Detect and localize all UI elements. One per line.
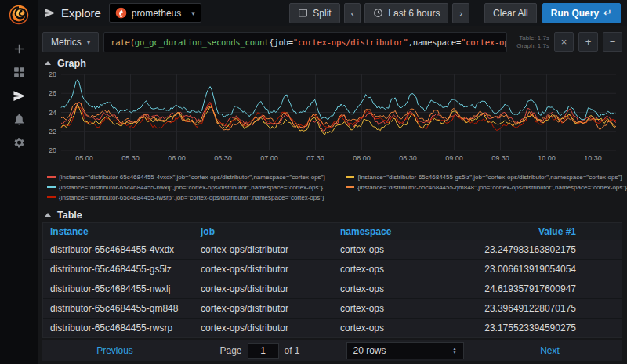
legend-series-label: {instance="distributor-65c4684455-rwsrp"…	[59, 194, 324, 201]
table-cell: cortex-ops	[333, 244, 426, 255]
time-forward-button[interactable]: ›	[452, 3, 469, 23]
time-back-button[interactable]: ‹	[344, 3, 361, 23]
query-expression: rate(go_gc_duration_seconds_count{job="c…	[111, 38, 507, 47]
legend-series-color	[47, 186, 56, 188]
table-section-toggle[interactable]: Table	[42, 207, 622, 222]
legend-series-label: {instance="distributor-65c4684455-gs5lz"…	[357, 174, 622, 181]
table-cell: 23.396491228070175	[426, 303, 622, 314]
svg-text:07:30: 07:30	[306, 154, 324, 162]
graph-section-title: Graph	[57, 58, 86, 69]
table-header-cell[interactable]: instance	[43, 226, 194, 237]
legend-item[interactable]: {instance="distributor-65c4684455-gs5lz"…	[346, 172, 627, 182]
close-icon: ×	[561, 36, 567, 48]
table-row: distributor-65c4684455-nwxljcortex-ops/d…	[43, 279, 622, 298]
minus-icon: −	[610, 36, 616, 48]
add-query-row-button[interactable]: +	[578, 32, 598, 52]
dashboards-icon[interactable]	[13, 66, 26, 79]
legend-item[interactable]: {instance="distributor-65c4684455-nwxlj"…	[47, 182, 325, 192]
paper-plane-icon	[44, 7, 56, 19]
table-cell: distributor-65c4684455-gs5lz	[43, 264, 194, 275]
split-icon	[298, 8, 308, 18]
clear-query-button[interactable]: ×	[554, 32, 574, 52]
query-token: go_gc_duration_seconds_count	[135, 38, 269, 47]
table-header-cell[interactable]: namespace	[333, 226, 426, 237]
legend-series-color	[346, 186, 354, 188]
query-token: ,namespace=	[408, 38, 461, 47]
svg-text:20: 20	[49, 146, 56, 154]
alerts-icon[interactable]	[13, 113, 26, 126]
remove-query-row-button[interactable]: −	[603, 32, 622, 52]
previous-page-link[interactable]: Previous	[96, 345, 133, 356]
query-token: rate(	[111, 38, 135, 47]
topbar: Explore prometheus ▾ Split ‹	[38, 0, 627, 26]
query-input[interactable]: rate(go_gc_duration_seconds_count{job="c…	[103, 32, 507, 52]
next-page-link[interactable]: Next	[540, 345, 560, 356]
explore-icon[interactable]	[13, 89, 26, 103]
svg-text:07:00: 07:00	[260, 154, 278, 162]
page-label: Page	[219, 345, 241, 356]
table-cell: 23.006613919054054	[426, 264, 622, 275]
table-cell: cortex-ops	[333, 264, 426, 275]
return-key-icon: ↵	[603, 7, 612, 19]
table-header-cell[interactable]: job	[194, 226, 333, 237]
svg-text:06:00: 06:00	[168, 154, 186, 162]
table-row: distributor-65c4684455-4vxdxcortex-ops/d…	[43, 240, 622, 259]
datasource-value: prometheus	[132, 8, 181, 19]
table-body: distributor-65c4684455-4vxdxcortex-ops/d…	[43, 240, 622, 337]
time-range-button[interactable]: Last 6 hours	[364, 3, 448, 23]
clear-all-label: Clear All	[493, 8, 528, 19]
table-cell: cortex-ops/distributor	[194, 303, 333, 314]
prometheus-icon	[115, 7, 127, 19]
chevron-down-icon: ▾	[87, 38, 91, 46]
table-cell: distributor-65c4684455-rwsrp	[43, 323, 194, 333]
split-label: Split	[313, 8, 331, 19]
table-section-title: Table	[57, 210, 82, 221]
split-button[interactable]: Split	[289, 3, 339, 23]
metrics-dropdown-button[interactable]: Metrics ▾	[42, 32, 99, 52]
settings-icon[interactable]	[13, 136, 26, 150]
query-token: "cortex-ops/distributor"	[293, 38, 408, 47]
table-cell: cortex-ops	[333, 303, 426, 314]
grafana-logo[interactable]	[0, 0, 38, 30]
legend-series-color	[346, 176, 354, 178]
metrics-label: Metrics	[51, 37, 82, 48]
legend-series-color	[47, 176, 56, 178]
table-header-cell[interactable]: Value #1	[426, 226, 622, 237]
clear-all-button[interactable]: Clear All	[484, 3, 537, 23]
page-number-input[interactable]	[248, 343, 279, 359]
legend-item[interactable]: {instance="distributor-65c4684455-rwsrp"…	[47, 193, 325, 202]
svg-text:05:30: 05:30	[121, 154, 140, 162]
explore-content: Graph 202224262805:0005:3006:0006:3007:0…	[38, 56, 627, 364]
run-query-label: Run Query	[551, 8, 599, 19]
graph-latency: Graph: 1.7s	[512, 42, 549, 50]
svg-text:08:00: 08:00	[353, 154, 371, 162]
svg-text:09:00: 09:00	[445, 154, 463, 162]
table-cell: cortex-ops/distributor	[194, 264, 333, 275]
graph-legend: {instance="distributor-65c4684455-4vxdx"…	[42, 171, 622, 205]
legend-series-label: {instance="distributor-65c4684455-4vxdx"…	[59, 174, 325, 181]
svg-text:24: 24	[49, 109, 56, 117]
run-query-button[interactable]: Run Query ↵	[542, 3, 621, 23]
table-cell: distributor-65c4684455-nwxlj	[43, 283, 194, 294]
graph-section-toggle[interactable]: Graph	[42, 56, 622, 70]
plus-icon[interactable]	[13, 42, 26, 56]
svg-text:10:00: 10:00	[538, 154, 556, 162]
table-cell: 24.619357917600947	[426, 283, 622, 294]
sidebar	[0, 0, 38, 364]
datasource-picker[interactable]: prometheus ▾	[109, 3, 201, 23]
legend-series-color	[47, 196, 56, 198]
table-header-row: instancejobnamespaceValue #1	[43, 223, 622, 240]
query-editor-row: Metrics ▾ rate(go_gc_duration_seconds_co…	[38, 26, 627, 56]
table-row: distributor-65c4684455-rwsrpcortex-ops/d…	[43, 318, 622, 337]
svg-text:09:30: 09:30	[491, 154, 509, 162]
collapse-icon	[45, 213, 51, 217]
timeseries-chart[interactable]: 202224262805:0005:3006:0006:3007:0007:30…	[42, 70, 621, 171]
page-title: Explore	[61, 6, 101, 20]
clock-icon	[373, 8, 383, 18]
table-latency: Table: 1.7s	[512, 34, 549, 42]
select-arrows-icon: ▲▼	[453, 347, 457, 354]
table-pagination: Previous Page of 1 20 rows ▲▼ Next	[42, 340, 622, 361]
legend-item[interactable]: {instance="distributor-65c4684455-qm848"…	[346, 182, 627, 192]
rows-per-page-select[interactable]: 20 rows ▲▼	[346, 342, 464, 359]
legend-item[interactable]: {instance="distributor-65c4684455-4vxdx"…	[47, 172, 325, 182]
